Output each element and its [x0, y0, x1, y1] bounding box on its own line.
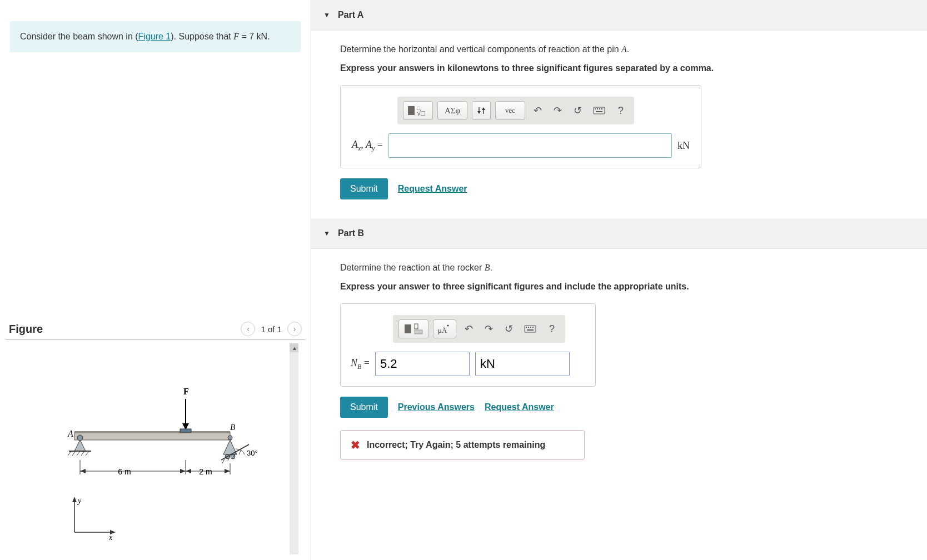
- svg-rect-48: [405, 324, 411, 333]
- svg-marker-26: [80, 469, 86, 473]
- part-b-header[interactable]: ▼ Part B: [311, 218, 927, 249]
- svg-marker-41: [482, 107, 485, 110]
- keyboard-icon[interactable]: [521, 319, 540, 338]
- part-a-instruction: Express your answers in kilonewtons to t…: [340, 62, 915, 75]
- svg-point-51: [447, 325, 449, 327]
- svg-point-3: [77, 435, 83, 441]
- intro-suffix: ). Suppose that: [171, 32, 233, 41]
- part-a-label: Ax, Ay =: [352, 139, 383, 153]
- svg-line-5: [68, 451, 71, 456]
- svg-rect-12: [180, 429, 191, 432]
- svg-rect-54: [526, 327, 527, 328]
- svg-marker-30: [225, 469, 230, 473]
- svg-line-8: [81, 451, 84, 456]
- label-B: B: [230, 423, 235, 432]
- part-a-toolbar: □√□ ΑΣφ vec ↶ ↷ ↺ ?: [397, 97, 634, 124]
- part-b-unit-input[interactable]: [475, 352, 570, 376]
- svg-rect-53: [525, 326, 536, 332]
- part-a-title: Part A: [338, 10, 364, 20]
- part-b-answer-box: μÅ ↶ ↷ ↺ ? NB =: [340, 303, 596, 387]
- intro-var: F: [233, 32, 239, 41]
- redo-icon[interactable]: ↷: [481, 319, 496, 338]
- part-a-request-answer-link[interactable]: Request Answer: [398, 184, 467, 194]
- reset-icon[interactable]: ↺: [570, 101, 585, 120]
- svg-rect-55: [528, 327, 529, 328]
- svg-text:μÅ: μÅ: [438, 326, 447, 334]
- svg-point-14: [228, 436, 232, 440]
- svg-rect-58: [527, 329, 534, 331]
- help-icon[interactable]: ?: [544, 319, 560, 338]
- figure-link[interactable]: Figure 1: [138, 32, 171, 41]
- undo-icon[interactable]: ↶: [461, 319, 476, 338]
- units-button[interactable]: μÅ: [433, 319, 456, 338]
- part-b-submit-button[interactable]: Submit: [340, 397, 388, 418]
- part-a-unit: kN: [677, 140, 690, 152]
- part-b-toolbar: μÅ ↶ ↷ ↺ ?: [393, 315, 565, 343]
- scrollbar-track[interactable]: [290, 352, 300, 554]
- svg-line-9: [86, 451, 89, 456]
- svg-rect-47: [596, 111, 602, 112]
- svg-rect-46: [601, 108, 602, 109]
- greek-symbols-button[interactable]: ΑΣφ: [437, 101, 467, 120]
- part-a-answer-box: □√□ ΑΣφ vec ↶ ↷ ↺ ?: [340, 85, 701, 168]
- value-units-button[interactable]: [398, 319, 428, 338]
- svg-marker-29: [186, 469, 191, 473]
- part-b-end: .: [490, 263, 492, 272]
- figure-counter: 1 of 1: [261, 324, 282, 334]
- part-a-var: A: [621, 44, 627, 54]
- collapse-caret-icon: ▼: [323, 229, 330, 237]
- svg-rect-44: [597, 108, 598, 109]
- figure-diagram: A F B: [41, 366, 263, 543]
- svg-rect-35: [408, 106, 415, 115]
- svg-line-21: [239, 450, 241, 454]
- svg-rect-42: [594, 107, 605, 114]
- svg-line-6: [72, 451, 76, 456]
- svg-marker-27: [180, 469, 186, 473]
- svg-rect-49: [415, 324, 418, 329]
- svg-rect-57: [532, 327, 534, 328]
- svg-rect-1: [74, 431, 230, 433]
- axis-y: y: [77, 497, 82, 505]
- part-a-prompt: Determine the horizontal and vertical co…: [340, 43, 915, 56]
- keyboard-icon[interactable]: [590, 101, 609, 120]
- intro-prefix: Consider the beam shown in (: [20, 32, 138, 41]
- vector-button[interactable]: vec: [495, 101, 525, 120]
- intro-eq: = 7 kN.: [239, 32, 270, 41]
- figure-title: Figure: [9, 323, 43, 336]
- svg-rect-45: [599, 108, 600, 109]
- part-b-previous-answers-link[interactable]: Previous Answers: [398, 402, 475, 412]
- svg-text:√□: √□: [417, 109, 425, 117]
- label-F: F: [183, 387, 189, 396]
- figure-prev-button[interactable]: ‹: [241, 322, 255, 336]
- part-b-prompt: Determine the reaction at the rocker B.: [340, 261, 915, 274]
- part-a-answer-input[interactable]: [388, 133, 672, 158]
- svg-rect-50: [415, 330, 422, 334]
- part-a-header[interactable]: ▼ Part A: [311, 0, 927, 31]
- part-b-title: Part B: [338, 228, 364, 238]
- label-span2: 2 m: [199, 467, 212, 476]
- reset-icon[interactable]: ↺: [501, 319, 516, 338]
- svg-marker-39: [477, 111, 481, 114]
- scroll-up-icon[interactable]: ▲: [290, 343, 300, 352]
- part-b-request-answer-link[interactable]: Request Answer: [485, 402, 554, 412]
- templates-button[interactable]: □√□: [403, 101, 433, 120]
- svg-rect-43: [595, 108, 596, 109]
- part-b-feedback: ✖ Incorrect; Try Again; 5 attempts remai…: [340, 430, 585, 460]
- feedback-text: Incorrect; Try Again; 5 attempts remaini…: [367, 440, 545, 450]
- svg-marker-32: [72, 497, 77, 502]
- label-span1: 6 m: [118, 467, 131, 476]
- redo-icon[interactable]: ↷: [550, 101, 565, 120]
- incorrect-icon: ✖: [351, 438, 360, 452]
- part-b-instruction: Express your answer to three significant…: [340, 280, 915, 293]
- part-a-prompt-text: Determine the horizontal and vertical co…: [340, 44, 621, 54]
- help-icon[interactable]: ?: [613, 101, 629, 120]
- part-a-end: .: [627, 44, 629, 54]
- part-a-submit-button[interactable]: Submit: [340, 178, 388, 199]
- subscript-button[interactable]: [472, 101, 491, 120]
- svg-line-7: [77, 451, 80, 456]
- undo-icon[interactable]: ↶: [530, 101, 545, 120]
- part-b-var: B: [485, 263, 490, 272]
- part-b-label: NB =: [351, 357, 370, 371]
- part-b-value-input[interactable]: [375, 352, 470, 376]
- figure-next-button[interactable]: ›: [287, 322, 302, 336]
